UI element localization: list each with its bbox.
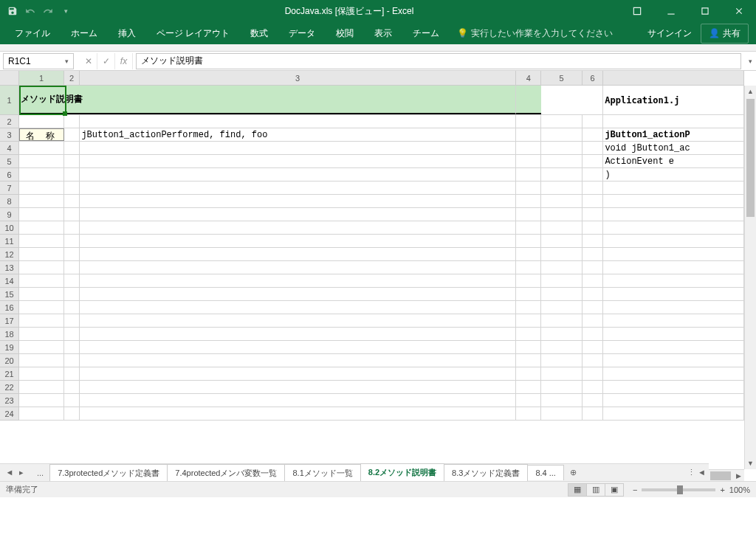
scroll-down-icon[interactable]: ▼ (745, 457, 756, 469)
cell[interactable] (64, 168, 80, 181)
cell[interactable] (541, 394, 582, 407)
cell[interactable] (541, 288, 582, 300)
tab-insert[interactable]: 挿入 (108, 23, 146, 44)
cell[interactable] (516, 235, 542, 247)
cell[interactable] (603, 181, 744, 194)
cell[interactable] (583, 274, 604, 287)
cell[interactable] (64, 221, 80, 234)
cell[interactable] (541, 155, 582, 167)
cell[interactable]: Application1.j (603, 86, 744, 114)
cell[interactable] (19, 367, 64, 380)
cell[interactable] (583, 195, 604, 207)
tab-review[interactable]: 校閲 (326, 23, 364, 44)
cell[interactable] (19, 168, 64, 181)
row-header[interactable]: 21 (0, 367, 19, 381)
cell[interactable] (64, 248, 80, 260)
cell[interactable] (603, 341, 744, 353)
cell[interactable] (80, 235, 515, 247)
cell[interactable] (19, 381, 64, 393)
tab-view[interactable]: 表示 (364, 23, 402, 44)
cell[interactable] (516, 208, 542, 221)
row-header[interactable]: 20 (0, 354, 19, 367)
cell[interactable] (19, 155, 64, 167)
cell[interactable] (603, 221, 744, 234)
row-header[interactable]: 10 (0, 221, 19, 235)
sheet-first-icon[interactable]: ◄ (4, 468, 15, 477)
cell[interactable] (19, 181, 64, 194)
column-headers[interactable]: 1 2 3 4 5 6 (19, 71, 744, 86)
cell[interactable] (603, 288, 744, 300)
cell[interactable] (64, 341, 80, 353)
cell[interactable] (516, 261, 542, 274)
cell[interactable] (541, 195, 582, 207)
cell[interactable] (80, 381, 515, 393)
tab-team[interactable]: チーム (402, 23, 450, 44)
cell[interactable] (19, 221, 64, 234)
cell[interactable] (583, 221, 604, 234)
qat-dropdown-icon[interactable]: ▾ (59, 4, 72, 18)
row-header[interactable]: 7 (0, 181, 19, 195)
cell[interactable] (80, 301, 515, 314)
cell[interactable] (80, 221, 515, 234)
cell[interactable] (541, 354, 582, 367)
cell[interactable] (19, 115, 64, 128)
cell[interactable] (583, 128, 604, 141)
cell[interactable] (19, 248, 64, 260)
cell[interactable] (583, 381, 604, 393)
cell[interactable] (583, 407, 604, 420)
scroll-up-icon[interactable]: ▲ (745, 86, 756, 97)
cell[interactable] (541, 261, 582, 274)
cell[interactable] (64, 115, 80, 128)
tab-file[interactable]: ファイル (4, 23, 61, 44)
cell[interactable] (80, 248, 515, 260)
row-header[interactable]: 1 (0, 86, 19, 115)
cell[interactable] (64, 328, 80, 340)
cell[interactable] (80, 394, 515, 407)
cell[interactable] (541, 115, 582, 128)
view-pagebreak-icon[interactable]: ▣ (605, 483, 624, 497)
cell[interactable] (80, 195, 515, 207)
cell[interactable] (541, 314, 582, 327)
cell[interactable] (80, 314, 515, 327)
cell[interactable] (516, 354, 542, 367)
cell[interactable] (583, 181, 604, 194)
cell[interactable] (583, 354, 604, 367)
cell[interactable] (80, 367, 515, 380)
cell[interactable] (603, 274, 744, 287)
cell[interactable] (583, 155, 604, 167)
row-header[interactable]: 2 (0, 115, 19, 128)
row-header[interactable]: 3 (0, 128, 19, 142)
view-normal-icon[interactable]: ▦ (568, 483, 587, 497)
row-header[interactable]: 13 (0, 261, 19, 274)
row-header[interactable]: 15 (0, 288, 19, 301)
cell[interactable] (19, 208, 64, 221)
row-header[interactable]: 18 (0, 328, 19, 341)
sheet-overflow-left[interactable]: ... (31, 466, 49, 480)
cell[interactable]: jButton1_actionP (603, 128, 744, 141)
row-header[interactable]: 24 (0, 407, 19, 421)
cell[interactable] (516, 115, 542, 128)
redo-icon[interactable] (41, 4, 55, 18)
cell[interactable] (541, 181, 582, 194)
cell[interactable] (541, 274, 582, 287)
cell[interactable] (603, 328, 744, 340)
cell[interactable] (19, 354, 64, 367)
scroll-thumb[interactable] (710, 471, 731, 480)
cell[interactable] (80, 261, 515, 274)
sheet-tab[interactable]: 7.4protectedメンバ変数一覧 (167, 464, 285, 482)
cell[interactable]: void jButton1_ac (603, 142, 744, 154)
tab-formulas[interactable]: 数式 (240, 23, 278, 44)
cell[interactable] (516, 314, 542, 327)
cell[interactable] (80, 115, 515, 128)
cell[interactable] (80, 328, 515, 340)
cell[interactable] (64, 155, 80, 167)
zoom-in-icon[interactable]: + (720, 485, 724, 494)
zoom-slider-thumb[interactable] (677, 485, 683, 494)
cell[interactable] (80, 354, 515, 367)
cell[interactable] (603, 301, 744, 314)
cell[interactable] (516, 181, 542, 194)
cell[interactable] (80, 288, 515, 300)
cell[interactable] (603, 314, 744, 327)
col-header[interactable] (603, 71, 744, 85)
formula-expand-icon[interactable]: ▾ (744, 58, 756, 65)
